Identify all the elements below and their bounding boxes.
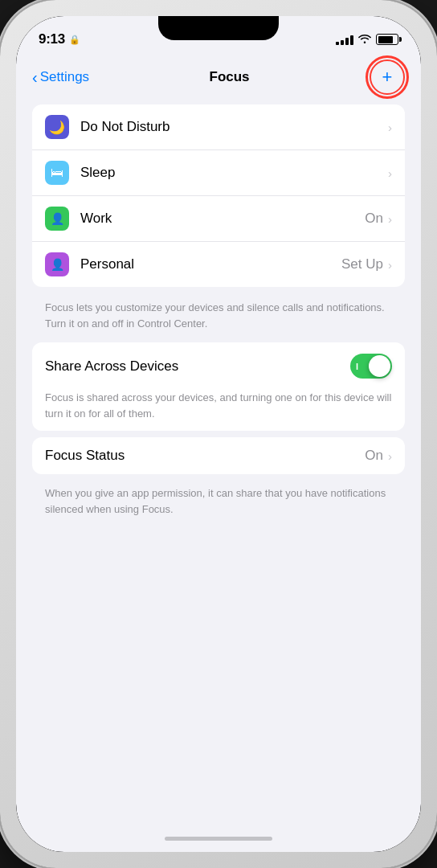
page-title: Focus bbox=[210, 69, 250, 85]
focus-status-value: On bbox=[365, 448, 383, 464]
signal-bars bbox=[336, 35, 353, 45]
content-area: 🌙 Do Not Disturb › 🛏 Sleep › 👤 Work On › bbox=[16, 104, 421, 825]
focus-status-row[interactable]: Focus Status On › bbox=[32, 437, 405, 474]
sleep-icon: 🛏 bbox=[45, 161, 69, 185]
nav-bar: ‹ Settings Focus + bbox=[16, 56, 421, 104]
do-not-disturb-item[interactable]: 🌙 Do Not Disturb › bbox=[32, 104, 405, 150]
battery-fill bbox=[378, 36, 393, 43]
back-label: Settings bbox=[40, 69, 89, 85]
share-across-devices-toggle[interactable]: I bbox=[350, 354, 392, 379]
signal-bar-3 bbox=[345, 38, 349, 45]
add-focus-button[interactable]: + bbox=[370, 59, 405, 95]
personal-item[interactable]: 👤 Personal Set Up › bbox=[32, 242, 405, 287]
sleep-item[interactable]: 🛏 Sleep › bbox=[32, 150, 405, 196]
personal-label: Personal bbox=[80, 256, 341, 272]
do-not-disturb-icon: 🌙 bbox=[45, 115, 69, 139]
phone-frame: 9:13 🔒 bbox=[0, 0, 437, 868]
home-indicator bbox=[16, 825, 421, 852]
work-icon: 👤 bbox=[45, 207, 69, 231]
sleep-label: Sleep bbox=[80, 165, 388, 181]
do-not-disturb-label: Do Not Disturb bbox=[80, 119, 388, 135]
back-chevron-icon: ‹ bbox=[32, 69, 38, 85]
focus-status-section: Focus Status On › bbox=[32, 437, 405, 474]
work-value: On bbox=[365, 211, 383, 227]
focus-description: Focus lets you customize your devices an… bbox=[32, 293, 405, 342]
screen: 9:13 🔒 bbox=[16, 16, 421, 852]
home-bar bbox=[165, 837, 272, 841]
share-across-devices-section: Share Across Devices I Focus is shared a… bbox=[32, 342, 405, 431]
focus-status-chevron-icon: › bbox=[388, 449, 392, 463]
personal-value: Set Up bbox=[341, 256, 383, 272]
status-time: 9:13 bbox=[39, 31, 65, 47]
work-item[interactable]: 👤 Work On › bbox=[32, 196, 405, 242]
signal-bar-1 bbox=[336, 42, 339, 45]
work-chevron-icon: › bbox=[388, 212, 392, 226]
focus-status-description: When you give an app permission, it can … bbox=[32, 481, 405, 528]
toggle-on-label: I bbox=[356, 362, 358, 371]
focus-items-group: 🌙 Do Not Disturb › 🛏 Sleep › 👤 Work On › bbox=[32, 104, 405, 287]
wifi-icon bbox=[358, 33, 371, 46]
status-icons bbox=[336, 33, 398, 46]
lock-icon: 🔒 bbox=[69, 35, 80, 45]
notch bbox=[158, 16, 279, 40]
signal-bar-4 bbox=[350, 35, 353, 45]
sleep-chevron-icon: › bbox=[388, 166, 392, 180]
share-across-devices-label: Share Across Devices bbox=[45, 358, 350, 375]
personal-chevron-icon: › bbox=[388, 258, 392, 272]
do-not-disturb-chevron-icon: › bbox=[388, 121, 392, 134]
back-button[interactable]: ‹ Settings bbox=[32, 69, 89, 85]
focus-status-label: Focus Status bbox=[45, 448, 365, 464]
phone-inner: 9:13 🔒 bbox=[16, 16, 421, 852]
signal-bar-2 bbox=[341, 40, 344, 45]
toggle-knob bbox=[369, 355, 390, 377]
share-across-devices-row: Share Across Devices I bbox=[32, 342, 405, 390]
personal-icon: 👤 bbox=[45, 252, 69, 276]
work-label: Work bbox=[80, 211, 365, 227]
battery-icon bbox=[376, 34, 398, 45]
share-across-devices-description: Focus is shared across your devices, and… bbox=[32, 390, 405, 431]
